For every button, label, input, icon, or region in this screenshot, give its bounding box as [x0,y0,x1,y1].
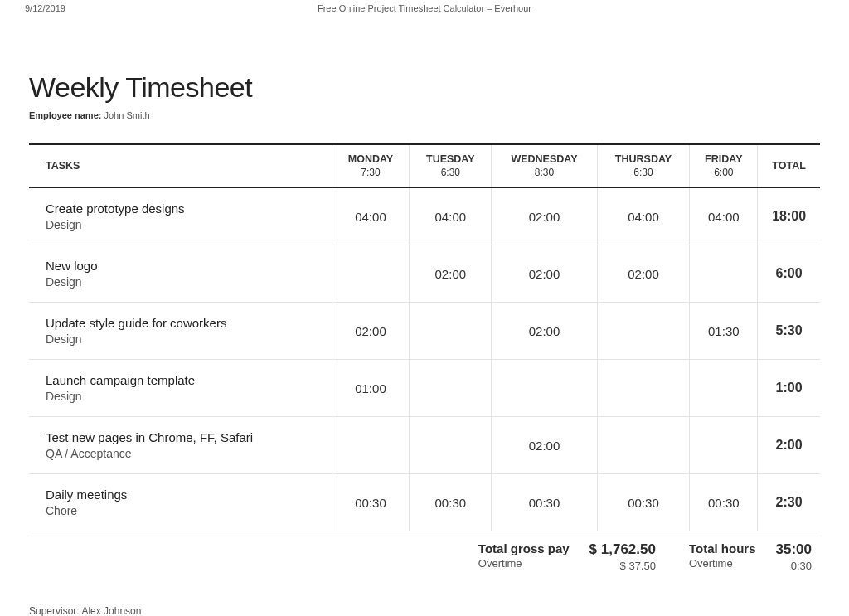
col-tasks: TASKS [29,144,332,187]
row-total: 18:00 [758,187,820,245]
row-total: 5:30 [758,303,820,360]
timesheet-body: Create prototype designsDesign04:0004:00… [29,187,820,531]
table-row: New logoDesign02:0002:0002:006:00 [29,245,820,303]
table-row: Update style guide for coworkersDesign02… [29,303,820,360]
page-content: Weekly Timesheet Employee name: John Smi… [0,13,849,616]
time-cell: 02:00 [492,417,597,474]
task-category: Design [46,390,325,403]
col-day-label: WEDNESDAY [511,153,577,165]
col-day-sub: 8:30 [498,167,589,178]
col-wednesday: WEDNESDAY 8:30 [492,144,597,187]
task-category: Chore [46,504,325,517]
time-cell [597,417,690,474]
time-cell: 01:00 [332,360,410,417]
signature-line: ____________________ [144,605,255,616]
col-day-label: FRIDAY [705,153,742,165]
col-day-label: THURSDAY [615,153,672,165]
supervisor-label: Supervisor: [29,605,80,616]
task-category: Design [46,275,325,289]
employee-name: John Smith [104,110,149,120]
gross-value: $ 1,762.50 [589,541,656,558]
task-cell: New logoDesign [29,245,332,303]
print-date: 9/12/2019 [25,3,65,13]
col-day-sub: 6:30 [604,167,683,178]
col-day-label: MONDAY [348,153,393,165]
task-name: Daily meetings [46,487,325,502]
time-cell [690,417,758,474]
table-row: Daily meetingsChore00:3000:3000:3000:300… [29,474,820,531]
table-row: Create prototype designsDesign04:0004:00… [29,187,820,245]
time-cell [690,360,758,417]
task-cell: Create prototype designsDesign [29,187,332,245]
table-row: Test new pages in Chrome, FF, SafariQA /… [29,417,820,474]
task-name: Launch campaign template [46,373,325,387]
time-cell [492,360,597,417]
summary-hours: Total hours Overtime 35:00 0:30 [689,541,812,572]
row-total: 2:00 [758,417,820,474]
time-cell [597,303,690,360]
time-cell: 00:30 [597,474,690,531]
task-category: Design [46,218,325,231]
supervisor-name: Alex Johnson [81,605,141,616]
time-cell: 00:30 [332,474,410,531]
task-cell: Daily meetingsChore [29,474,332,531]
time-cell: 00:30 [492,474,597,531]
time-cell [410,417,492,474]
task-category: QA / Acceptance [46,447,325,460]
time-cell [332,245,410,303]
col-friday: FRIDAY 6:00 [690,144,758,187]
time-cell: 02:00 [492,245,597,303]
task-cell: Launch campaign templateDesign [29,360,332,417]
supervisor-line: Supervisor: Alex Johnson _______________… [29,605,820,616]
hours-value: 35:00 [776,541,812,558]
col-day-label: TUESDAY [426,153,475,165]
task-name: Test new pages in Chrome, FF, Safari [46,430,325,444]
print-header: 9/12/2019 Free Online Project Timesheet … [0,0,849,13]
time-cell [597,360,690,417]
hours-overtime-value: 0:30 [776,560,812,572]
print-title: Free Online Project Timesheet Calculator… [0,3,849,13]
gross-overtime-value: $ 37.50 [589,560,656,572]
col-day-sub: 6:00 [696,167,750,178]
gross-overtime-label: Overtime [478,557,570,570]
time-cell: 04:00 [597,187,690,245]
col-day-sub: 6:30 [416,167,484,178]
row-total: 2:30 [758,474,820,531]
time-cell: 02:00 [332,303,410,360]
task-cell: Test new pages in Chrome, FF, SafariQA /… [29,417,332,474]
employee-line: Employee name: John Smith [29,110,820,120]
task-name: Update style guide for coworkers [46,316,325,330]
time-cell: 02:00 [492,187,597,245]
time-cell [332,417,410,474]
task-cell: Update style guide for coworkersDesign [29,303,332,360]
row-total: 6:00 [758,245,820,303]
time-cell [690,245,758,303]
row-total: 1:00 [758,360,820,417]
header-row: TASKS MONDAY 7:30 TUESDAY 6:30 WEDNESDAY… [29,144,820,187]
time-cell: 01:30 [690,303,758,360]
summary-gross: Total gross pay Overtime $ 1,762.50 $ 37… [478,541,656,572]
employee-label: Employee name: [29,110,101,120]
time-cell: 02:00 [410,245,492,303]
time-cell [410,360,492,417]
time-cell: 00:30 [410,474,492,531]
time-cell: 04:00 [410,187,492,245]
time-cell: 04:00 [690,187,758,245]
col-monday: MONDAY 7:30 [332,144,410,187]
time-cell: 04:00 [332,187,410,245]
col-thursday: THURSDAY 6:30 [597,144,690,187]
time-cell: 00:30 [690,474,758,531]
hours-overtime-label: Overtime [689,557,756,570]
timesheet-table: TASKS MONDAY 7:30 TUESDAY 6:30 WEDNESDAY… [29,143,820,531]
time-cell: 02:00 [492,303,597,360]
page-title: Weekly Timesheet [29,71,820,104]
time-cell: 02:00 [597,245,690,303]
gross-label: Total gross pay [478,541,570,555]
time-cell [410,303,492,360]
task-name: Create prototype designs [46,201,325,216]
task-category: Design [46,332,325,346]
col-tuesday: TUESDAY 6:30 [410,144,492,187]
task-name: New logo [46,259,325,273]
summary-row: Total gross pay Overtime $ 1,762.50 $ 37… [29,541,820,572]
table-row: Launch campaign templateDesign01:001:00 [29,360,820,417]
